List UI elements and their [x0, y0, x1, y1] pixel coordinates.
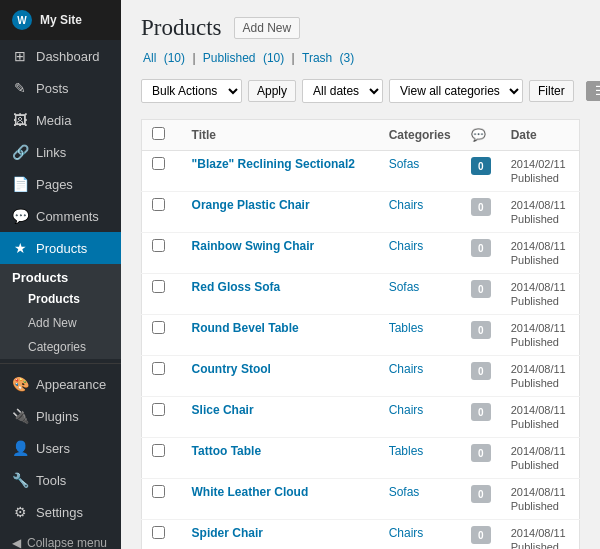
filter-all-link[interactable]: All (10): [141, 51, 190, 65]
comment-bubble-9: 0: [471, 526, 491, 544]
date-sort-link[interactable]: Date: [511, 128, 537, 142]
row-category-cell-4: Tables: [379, 315, 461, 356]
row-date-cell-7: 2014/08/11 Published: [501, 438, 580, 479]
status-badge-4: Published: [511, 336, 559, 348]
sidebar-item-label: Products: [36, 241, 87, 256]
date-value-7: 2014/08/11: [511, 445, 566, 457]
comments-icon: 💬: [12, 208, 28, 224]
product-link-9[interactable]: Spider Chair: [192, 526, 263, 540]
status-badge-1: Published: [511, 213, 559, 225]
row-comment-cell-7: 0: [461, 438, 501, 479]
category-link-0[interactable]: Sofas: [389, 157, 420, 171]
category-link-4[interactable]: Tables: [389, 321, 424, 335]
row-checkbox-cell-9: [142, 520, 182, 550]
comment-bubble-5: 0: [471, 362, 491, 380]
submenu-categories[interactable]: Categories: [0, 335, 121, 359]
filter-button[interactable]: Filter: [529, 80, 574, 102]
row-checkbox-0[interactable]: [152, 157, 165, 170]
sidebar-divider: [0, 363, 121, 364]
row-comment-cell-2: 0: [461, 233, 501, 274]
sidebar-item-label: Dashboard: [36, 49, 100, 64]
select-all-checkbox[interactable]: [152, 127, 165, 140]
filter-trash-link[interactable]: Trash (3): [300, 51, 356, 65]
category-link-9[interactable]: Chairs: [389, 526, 424, 540]
sidebar-item-plugins[interactable]: 🔌 Plugins: [0, 400, 121, 432]
row-checkbox-cell-8: [142, 479, 182, 520]
row-checkbox-8[interactable]: [152, 485, 165, 498]
sidebar-item-posts[interactable]: ✎ Posts: [0, 72, 121, 104]
title-column-header: Title: [182, 120, 379, 151]
row-title-cell-7: Tattoo Table: [182, 438, 379, 479]
row-checkbox-5[interactable]: [152, 362, 165, 375]
product-link-0[interactable]: "Blaze" Reclining Sectional2: [192, 157, 355, 171]
title-sort-link[interactable]: Title: [192, 128, 216, 142]
sidebar-item-dashboard[interactable]: ⊞ Dashboard: [0, 40, 121, 72]
collapse-menu-button[interactable]: ◀ Collapse menu: [0, 528, 121, 549]
category-link-8[interactable]: Sofas: [389, 485, 420, 499]
product-link-5[interactable]: Country Stool: [192, 362, 271, 376]
product-link-1[interactable]: Orange Plastic Chair: [192, 198, 310, 212]
sidebar-item-links[interactable]: 🔗 Links: [0, 136, 121, 168]
row-checkbox-cell-2: [142, 233, 182, 274]
sidebar-item-settings[interactable]: ⚙ Settings: [0, 496, 121, 528]
row-checkbox-3[interactable]: [152, 280, 165, 293]
comment-bubble-8: 0: [471, 485, 491, 503]
comment-bubble-0: 0: [471, 157, 491, 175]
product-link-7[interactable]: Tattoo Table: [192, 444, 262, 458]
submenu-products[interactable]: Products: [0, 287, 121, 311]
row-checkbox-cell-4: [142, 315, 182, 356]
sidebar-item-products[interactable]: ★ Products: [0, 232, 121, 264]
row-checkbox-9[interactable]: [152, 526, 165, 539]
row-title-cell-8: White Leather Cloud: [182, 479, 379, 520]
row-checkbox-cell-6: [142, 397, 182, 438]
products-icon: ★: [12, 240, 28, 256]
table-row: Orange Plastic Chair Chairs 0 2014/08/11…: [142, 192, 580, 233]
table-row: Round Bevel Table Tables 0 2014/08/11 Pu…: [142, 315, 580, 356]
row-title-cell-3: Red Gloss Sofa: [182, 274, 379, 315]
submenu-add-new[interactable]: Add New: [0, 311, 121, 335]
sidebar-logo[interactable]: W My Site: [0, 0, 121, 40]
product-link-8[interactable]: White Leather Cloud: [192, 485, 309, 499]
category-link-5[interactable]: Chairs: [389, 362, 424, 376]
sidebar: W My Site ⊞ Dashboard ✎ Posts 🖼 Media 🔗 …: [0, 0, 121, 549]
category-link-6[interactable]: Chairs: [389, 403, 424, 417]
row-checkbox-1[interactable]: [152, 198, 165, 211]
row-checkbox-cell-0: [142, 151, 182, 192]
row-checkbox-7[interactable]: [152, 444, 165, 457]
categories-sort-link[interactable]: Categories: [389, 128, 451, 142]
sidebar-item-pages[interactable]: 📄 Pages: [0, 168, 121, 200]
list-view-button[interactable]: ☰: [586, 81, 600, 101]
sidebar-item-tools[interactable]: 🔧 Tools: [0, 464, 121, 496]
sidebar-item-users[interactable]: 👤 Users: [0, 432, 121, 464]
category-link-7[interactable]: Tables: [389, 444, 424, 458]
table-header-row: Title Categories 💬 Date: [142, 120, 580, 151]
product-link-2[interactable]: Rainbow Swing Chair: [192, 239, 315, 253]
category-link-1[interactable]: Chairs: [389, 198, 424, 212]
apply-button[interactable]: Apply: [248, 80, 296, 102]
category-link-3[interactable]: Sofas: [389, 280, 420, 294]
sidebar-item-media[interactable]: 🖼 Media: [0, 104, 121, 136]
categories-select[interactable]: View all categories: [389, 79, 523, 103]
posts-icon: ✎: [12, 80, 28, 96]
add-new-button[interactable]: Add New: [234, 17, 301, 39]
row-checkbox-2[interactable]: [152, 239, 165, 252]
row-category-cell-1: Chairs: [379, 192, 461, 233]
row-category-cell-2: Chairs: [379, 233, 461, 274]
sidebar-item-comments[interactable]: 💬 Comments: [0, 200, 121, 232]
row-date-cell-0: 2014/02/11 Published: [501, 151, 580, 192]
filter-published-link[interactable]: Published (10): [201, 51, 290, 65]
sidebar-item-label: Pages: [36, 177, 73, 192]
links-icon: 🔗: [12, 144, 28, 160]
product-link-4[interactable]: Round Bevel Table: [192, 321, 299, 335]
dates-select[interactable]: All dates: [302, 79, 383, 103]
sidebar-item-appearance[interactable]: 🎨 Appearance: [0, 368, 121, 400]
row-checkbox-4[interactable]: [152, 321, 165, 334]
table-row: Slice Chair Chairs 0 2014/08/11 Publishe…: [142, 397, 580, 438]
bulk-actions-select[interactable]: Bulk Actions: [141, 79, 242, 103]
date-value-6: 2014/08/11: [511, 404, 566, 416]
product-link-6[interactable]: Slice Chair: [192, 403, 254, 417]
row-checkbox-6[interactable]: [152, 403, 165, 416]
main-content: Products Add New All (10) | Published (1…: [121, 0, 600, 549]
category-link-2[interactable]: Chairs: [389, 239, 424, 253]
product-link-3[interactable]: Red Gloss Sofa: [192, 280, 281, 294]
